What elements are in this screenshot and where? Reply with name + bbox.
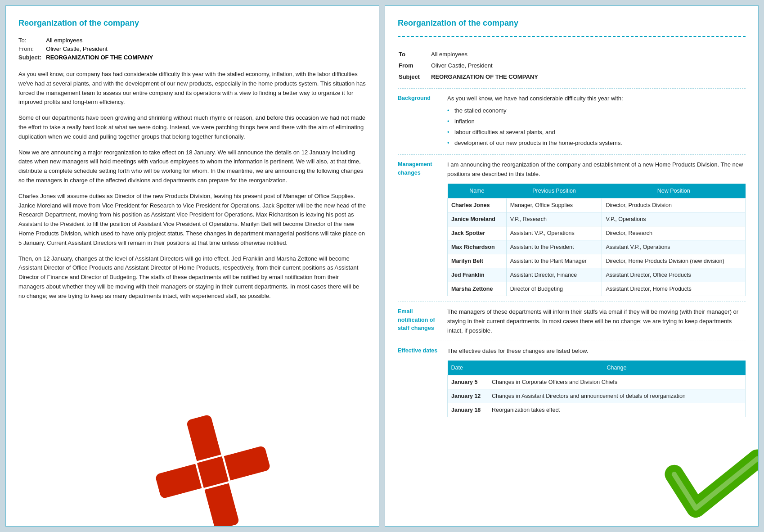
body-paragraph: Some of our departments have been growin…	[18, 113, 366, 141]
table-row: January 18Reorganization takes effect	[448, 403, 746, 417]
body-paragraph: As you well know, our company has had co…	[18, 70, 366, 107]
table-cell: Changes in Corporate Officers and Divisi…	[488, 375, 746, 389]
list-item: labour difficulties at several plants, a…	[447, 128, 746, 137]
table-cell: Director, Products Division	[602, 198, 746, 212]
from-value: Oliver Castle, President	[46, 45, 157, 53]
dates-body: January 5Changes in Corporate Officers a…	[448, 375, 746, 417]
background-intro: As you well know, we have had considerab…	[447, 95, 623, 102]
email-text: The managers of these departments will i…	[447, 308, 738, 334]
table-header-row: NamePrevious PositionNew Position	[448, 184, 746, 198]
background-section: Background As you well know, we have had…	[398, 89, 746, 155]
subject-label-r: Subject	[399, 72, 430, 82]
effective-text: The effective dates for these changes ar…	[447, 347, 588, 354]
table-row: Marsha ZettoneDirector of BudgetingAssis…	[448, 282, 746, 296]
background-content: As you well know, we have had considerab…	[447, 94, 746, 149]
memo-header: To: All employees From: Oliver Castle, P…	[18, 36, 366, 62]
table-cell: Assistant Director, Office Products	[602, 268, 746, 282]
background-bullets: the stalled economyinflationlabour diffi…	[447, 106, 746, 148]
table-row: Janice MorelandV.P., ResearchV.P., Opera…	[448, 212, 746, 226]
table-row: Max RichardsonAssistant to the President…	[448, 240, 746, 254]
to-label-r: To	[399, 50, 430, 60]
background-label: Background	[398, 94, 447, 149]
table-cell: Janice Moreland	[448, 212, 507, 226]
table-cell: Manager, Office Supplies	[506, 198, 602, 212]
table-row: Marilyn BeltAssistant to the Plant Manag…	[448, 254, 746, 268]
left-panel: Reorganization of the company To: All em…	[5, 5, 379, 527]
table-cell: V.P., Operations	[602, 212, 746, 226]
table-cell: January 18	[448, 403, 488, 417]
table-cell: V.P., Research	[506, 212, 602, 226]
management-content: I am announcing the reorganization of th…	[447, 160, 746, 296]
red-x-icon	[150, 409, 276, 527]
list-item: inflation	[447, 117, 746, 126]
effective-section: Effective dates The effective dates for …	[398, 341, 746, 423]
table-cell: Assistant to the President	[506, 240, 602, 254]
table-cell: Jed Franklin	[448, 268, 507, 282]
table-row: January 12Changes in Assistant Directors…	[448, 389, 746, 403]
dates-table: DateChange January 5Changes in Corporate…	[447, 361, 746, 417]
table-row: Charles JonesManager, Office SuppliesDir…	[448, 198, 746, 212]
table-row: Jed FranklinAssistant Director, FinanceA…	[448, 268, 746, 282]
email-content: The managers of these departments will i…	[447, 307, 746, 335]
from-label-r: From	[399, 61, 430, 71]
right-title: Reorganization of the company	[398, 18, 746, 28]
email-label: Email notification of staff changes	[398, 307, 447, 335]
table-body: Charles JonesManager, Office SuppliesDir…	[448, 198, 746, 296]
table-cell: Max Richardson	[448, 240, 507, 254]
body-paragraph: Then, on 12 January, changes at the leve…	[18, 254, 366, 301]
table-cell: January 12	[448, 389, 488, 403]
management-table: NamePrevious PositionNew Position Charle…	[447, 184, 746, 296]
table-cell: Assistant to the Plant Manager	[506, 254, 602, 268]
table-column-header: New Position	[602, 184, 746, 198]
table-cell: Director, Research	[602, 226, 746, 240]
top-divider	[398, 36, 746, 37]
body-paragraph: Charles Jones will assume duties as Dire…	[18, 192, 366, 248]
svg-rect-3	[153, 444, 273, 500]
table-cell: January 5	[448, 375, 488, 389]
table-cell: Charles Jones	[448, 198, 507, 212]
subject-value-r: REORGANIZATION OF THE COMPANY	[431, 72, 745, 82]
list-item: the stalled economy	[447, 106, 746, 116]
dates-header-row: DateChange	[448, 361, 746, 375]
management-text: I am announcing the reorganization of th…	[447, 161, 743, 177]
left-title: Reorganization of the company	[18, 18, 366, 28]
management-section: Management changes I am announcing the r…	[398, 155, 746, 302]
dates-column-header: Change	[488, 361, 746, 375]
list-item: development of our new products in the h…	[447, 139, 746, 148]
svg-rect-0	[186, 414, 239, 527]
table-column-header: Name	[448, 184, 507, 198]
table-cell: Assistant V.P., Operations	[602, 240, 746, 254]
email-section: Email notification of staff changes The …	[398, 302, 746, 341]
body-text: As you well know, our company has had co…	[18, 70, 366, 301]
right-panel: Reorganization of the company To All emp…	[385, 5, 759, 527]
green-check-icon	[664, 432, 759, 527]
table-column-header: Previous Position	[506, 184, 602, 198]
to-label: To:	[18, 36, 46, 45]
body-paragraph: Now we are announcing a major reorganiza…	[18, 148, 366, 185]
effective-content: The effective dates for these changes ar…	[447, 347, 746, 417]
table-row: Jack SpotterAssistant V.P., OperationsDi…	[448, 226, 746, 240]
svg-rect-2	[184, 413, 241, 527]
to-value-r: All employees	[431, 50, 745, 60]
table-cell: Jack Spotter	[448, 226, 507, 240]
to-value: All employees	[46, 36, 157, 45]
table-row: January 5Changes in Corporate Officers a…	[448, 375, 746, 389]
subject-label: Subject:	[18, 53, 46, 62]
header-section: To All employees From Oliver Castle, Pre…	[398, 43, 746, 89]
table-cell: Director, Home Products Division (new di…	[602, 254, 746, 268]
dates-head: DateChange	[448, 361, 746, 375]
table-cell: Marsha Zettone	[448, 282, 507, 296]
effective-label: Effective dates	[398, 347, 447, 417]
table-cell: Marilyn Belt	[448, 254, 507, 268]
svg-rect-1	[155, 445, 271, 499]
table-cell: Assistant Director, Home Products	[602, 282, 746, 296]
table-cell: Changes in Assistant Directors and annou…	[488, 389, 746, 403]
table-cell: Reorganization takes effect	[488, 403, 746, 417]
from-value-r: Oliver Castle, President	[431, 61, 745, 71]
table-head: NamePrevious PositionNew Position	[448, 184, 746, 198]
dates-column-header: Date	[448, 361, 488, 375]
table-cell: Assistant V.P., Operations	[506, 226, 602, 240]
management-label: Management changes	[398, 160, 447, 296]
subject-value: REORGANIZATION OF THE COMPANY	[46, 53, 157, 62]
table-cell: Assistant Director, Finance	[506, 268, 602, 282]
